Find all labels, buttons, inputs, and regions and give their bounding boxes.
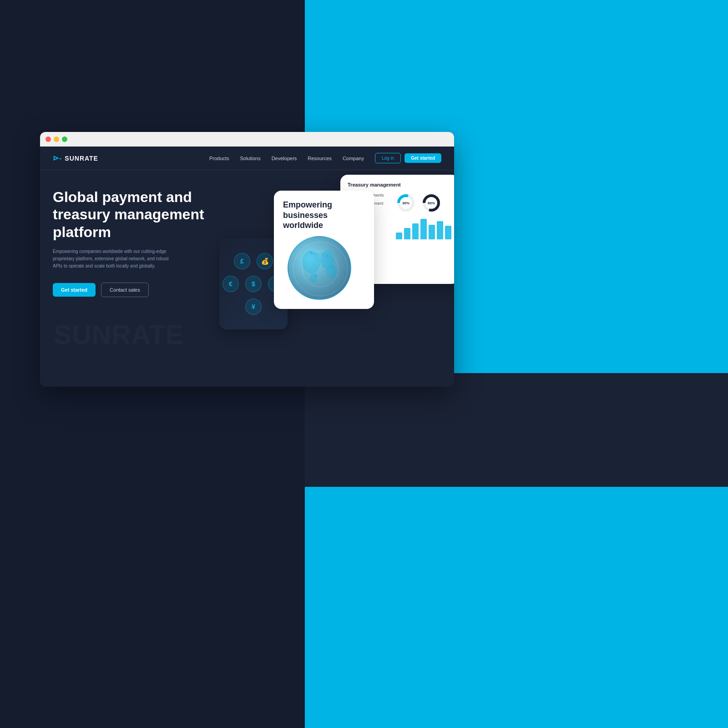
donut-2-label: 80% (421, 193, 441, 213)
treasury-circles: 30% 80% (396, 193, 451, 213)
logo-icon: ⊳- (53, 154, 62, 162)
hero-left: Global payment and treasury management p… (53, 188, 228, 374)
browser-titlebar (40, 132, 454, 147)
browser-window: ⊳- SUNRATE Products Solutions Developers… (40, 132, 454, 387)
treasury-title: Treasury management (348, 182, 451, 187)
donut-1: 30% (396, 193, 416, 213)
hero-title: Global payment and treasury management p… (53, 188, 228, 241)
empowering-globe (288, 236, 360, 300)
login-button[interactable]: Log in (375, 153, 401, 163)
hero-buttons: Get started Contact sales (53, 283, 228, 297)
bar-2 (404, 228, 410, 239)
currency-row-1: £ 💰 (234, 253, 273, 269)
hero-right: Empowering businesses worldwide (215, 175, 454, 387)
nav-link-company[interactable]: Company (343, 156, 364, 161)
globe-svg (288, 237, 351, 300)
globe-visual (288, 236, 351, 300)
empowering-title: Empowering businesses worldwide (283, 200, 365, 231)
hero-subtitle: Empowering companies worldwide with our … (53, 248, 171, 270)
currency-icon-pound: £ (234, 253, 250, 269)
bg-cyan-bottom (305, 487, 728, 728)
bar-1 (396, 233, 402, 239)
donut-1-label: 30% (396, 193, 416, 213)
bar-4 (420, 219, 427, 239)
treasury-right: 30% 80% (396, 193, 451, 239)
currency-icon-bag: 💰 (257, 253, 273, 269)
svg-point-2 (326, 264, 337, 278)
nav-link-developers[interactable]: Developers (272, 156, 297, 161)
dot-yellow[interactable] (54, 136, 59, 142)
contact-sales-button[interactable]: Contact sales (101, 283, 149, 297)
get-started-button[interactable]: Get started (53, 283, 96, 297)
currency-icon-dollar: $ (245, 276, 262, 292)
currency-icon-yen: ¥ (245, 298, 262, 315)
nav-links: Products Solutions Developers Resources … (209, 156, 364, 161)
logo[interactable]: ⊳- SUNRATE (53, 154, 98, 162)
bar-chart (396, 217, 451, 239)
nav-link-solutions[interactable]: Solutions (240, 156, 260, 161)
card-empowering: Empowering businesses worldwide (274, 191, 374, 309)
bar-3 (412, 223, 419, 239)
dot-red[interactable] (46, 136, 51, 142)
nav-buttons: Log in Get started (375, 153, 441, 163)
get-started-nav-button[interactable]: Get started (404, 153, 441, 163)
bar-5 (429, 225, 435, 240)
bar-6 (437, 221, 443, 239)
logo-text: SUNRATE (65, 155, 98, 162)
hero-section: Global payment and treasury management p… (40, 170, 454, 387)
donut-2: 80% (421, 193, 441, 213)
navbar: ⊳- SUNRATE Products Solutions Developers… (40, 147, 454, 170)
nav-link-resources[interactable]: Resources (308, 156, 332, 161)
currency-row-3: ¥ (245, 298, 262, 315)
nav-link-products[interactable]: Products (209, 156, 229, 161)
dot-green[interactable] (62, 136, 67, 142)
bar-7 (445, 226, 451, 239)
